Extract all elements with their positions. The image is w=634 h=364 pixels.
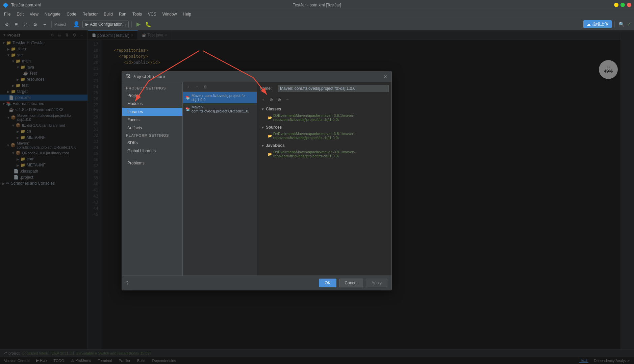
dialog-menu-global-libs[interactable]: Global Libraries	[122, 147, 182, 155]
remove-library-button[interactable]: −	[194, 83, 200, 90]
titlebar: 🔷 TestJar pom.xml TestJar - pom.xml [Tes…	[0, 0, 634, 10]
title-project: TestJar pom.xml	[11, 3, 41, 7]
dialog-center-toolbar: ＋ − ⎘	[183, 82, 257, 92]
classes-path-1[interactable]: 📂 D:\Eveirment\Maven\apache-maven-3.8.1\…	[260, 112, 389, 123]
ok-button[interactable]: OK	[319, 279, 336, 287]
menu-view[interactable]: View	[27, 11, 41, 17]
main-area: ▼ Project ⚙ ⇊ ⇅ ⚙ − ▼ 📁 TestJar H:\TestJ…	[0, 30, 634, 364]
javadocs-label: JavaDocs	[266, 143, 285, 148]
diff-icon[interactable]: ⇌	[22, 20, 30, 28]
library-ftz-dsj[interactable]: 📚 Maven: com.ftzlovedsj.project:ftz-dsj:…	[183, 92, 257, 103]
sources-header[interactable]: ▼ Sources	[260, 124, 389, 131]
add-config-label: Add Configuration...	[90, 22, 126, 27]
dialog-menu-libraries[interactable]: Libraries	[122, 108, 182, 116]
dialog-menu-artifacts[interactable]: Artifacts	[122, 124, 182, 132]
upload-button[interactable]: ☁ 拉维上传	[583, 20, 612, 28]
title-center: TestJar - pom.xml [TestJar]	[293, 3, 341, 7]
javadocs-expand-icon: ▼	[261, 144, 264, 148]
upload-label: 拉维上传	[592, 21, 608, 27]
minus-icon[interactable]: −	[41, 20, 49, 28]
menu-refactor[interactable]: Refactor	[80, 11, 100, 17]
dialog-menu-sdks[interactable]: SDKs	[122, 139, 182, 147]
add-library-button[interactable]: ＋	[185, 83, 192, 90]
dialog-right-panel: Name: ＋ ⊕ ⊕ − ▼	[257, 82, 391, 276]
menubar: File Edit View Navigate Code Refactor Bu…	[0, 10, 634, 18]
sources-path-icon: 📂	[268, 134, 272, 138]
add-configuration-button[interactable]: ▶ Add Configuration...	[82, 21, 129, 28]
gear-icon[interactable]: ⚙	[31, 20, 39, 28]
close-button[interactable]	[627, 3, 631, 7]
sources-path-text: D:\Eveirment\Maven\apache-maven-3.8.1\ma…	[273, 132, 387, 140]
library-qrcode[interactable]: 📚 Maven: com.ftzlovedsj.project:QRcode:1…	[183, 103, 257, 115]
settings-icon[interactable]: ⚙	[3, 20, 11, 28]
dialog-right-toolbar: ＋ ⊕ ⊕ −	[260, 96, 389, 103]
maximize-button[interactable]	[620, 3, 625, 7]
library-icon-ftz: 📚	[185, 96, 190, 100]
sep2	[70, 21, 70, 28]
copy-library-button[interactable]: ⎘	[202, 83, 208, 90]
javadocs-section: ▼ JavaDocs 📂 D:\Eveirment\Maven\apache-m…	[260, 142, 389, 159]
help-icon[interactable]: ?	[126, 280, 129, 286]
dialog-left-menu: Project Settings Project Modules Librari…	[122, 82, 183, 276]
apply-button[interactable]: Apply	[366, 279, 387, 287]
app-icon: 🔷	[3, 2, 8, 8]
upload-icon: ☁	[587, 22, 591, 27]
menu-code[interactable]: Code	[64, 11, 79, 17]
sources-expand-icon: ▼	[261, 126, 264, 129]
javadocs-path-1[interactable]: 📂 D:\Eveirment\Maven\apache-maven-3.8.1\…	[260, 149, 389, 159]
sep3	[131, 21, 132, 28]
sources-path-1[interactable]: 📂 D:\Eveirment\Maven\apache-maven-3.8.1\…	[260, 131, 389, 141]
javadocs-path-text: D:\Eveirment\Maven\apache-maven-3.8.1\ma…	[273, 150, 387, 158]
library-label-ftz: Maven: com.ftzlovedsj.project:ftz-dsj:1.…	[192, 94, 254, 102]
structure-icon[interactable]: ≡	[12, 20, 20, 28]
dialog-section-project-settings: Project Settings	[122, 85, 182, 92]
menu-file[interactable]: File	[1, 11, 13, 17]
sources-label: Sources	[266, 125, 282, 130]
dialog-title-text: Project Structure	[132, 74, 165, 79]
library-name-input[interactable]	[278, 85, 389, 92]
menu-edit[interactable]: Edit	[14, 11, 26, 17]
menu-run[interactable]: Run	[116, 11, 129, 17]
dialog-body: Project Settings Project Modules Librari…	[122, 82, 391, 276]
classes-label: Classes	[266, 107, 281, 111]
project-structure-dialog: 🏗 Project Structure ✕ Project Settings P…	[122, 71, 392, 290]
title-left: 🔷 TestJar pom.xml	[3, 2, 41, 8]
checkmark-icon[interactable]: ✓	[627, 21, 631, 27]
add-path-alt-button[interactable]: ⊕	[268, 96, 275, 103]
add-path-button[interactable]: ＋	[260, 96, 267, 103]
dialog-menu-facets[interactable]: Facets	[122, 116, 182, 124]
minimize-button[interactable]	[614, 3, 618, 7]
menu-navigate[interactable]: Navigate	[42, 11, 63, 17]
sep4	[614, 21, 615, 28]
toolbar: ⚙ ≡ ⇌ ⚙ − Project 👤 ▶ Add Configuration.…	[0, 18, 634, 30]
library-icon-qr: 📚	[185, 107, 190, 111]
dialog-menu-modules[interactable]: Modules	[122, 100, 182, 108]
library-label-qr: Maven: com.ftzlovedsj.project:QRcode:1.0…	[192, 105, 254, 113]
add-config-icon: ▶	[85, 22, 88, 27]
dialog-section-platform: Platform Settings	[122, 132, 182, 139]
classes-header[interactable]: ▼ Classes	[260, 106, 389, 112]
sources-section: ▼ Sources 📂 D:\Eveirment\Maven\apache-ma…	[260, 124, 389, 141]
dialog-menu-project[interactable]: Project	[122, 92, 182, 100]
title-right[interactable]	[614, 3, 631, 7]
sep1	[51, 21, 52, 28]
classes-path-text: D:\Eveirment\Maven\apache-maven-3.8.1\ma…	[273, 113, 387, 122]
search-icon[interactable]: 🔍	[617, 20, 626, 28]
add-path-alt2-button[interactable]: ⊕	[276, 96, 283, 103]
menu-vcs[interactable]: VCS	[145, 11, 159, 17]
remove-path-button[interactable]: −	[284, 96, 291, 103]
cancel-button[interactable]: Cancel	[339, 279, 363, 287]
run-button[interactable]: ▶	[134, 20, 143, 28]
menu-tools[interactable]: Tools	[130, 11, 145, 17]
dialog-close-button[interactable]: ✕	[383, 74, 387, 79]
dialog-menu-problems[interactable]: Problems	[122, 159, 182, 167]
modal-overlay: 🏗 Project Structure ✕ Project Settings P…	[0, 30, 634, 364]
menu-help[interactable]: Help	[180, 11, 194, 17]
javadocs-header[interactable]: ▼ JavaDocs	[260, 142, 389, 149]
dialog-footer: ? OK Cancel Apply	[122, 276, 391, 290]
debug-button[interactable]: 🐛	[144, 20, 152, 28]
menu-build[interactable]: Build	[101, 11, 116, 17]
dialog-titlebar: 🏗 Project Structure ✕	[122, 71, 391, 82]
classes-path-icon: 📂	[268, 116, 272, 120]
menu-window[interactable]: Window	[160, 11, 180, 17]
